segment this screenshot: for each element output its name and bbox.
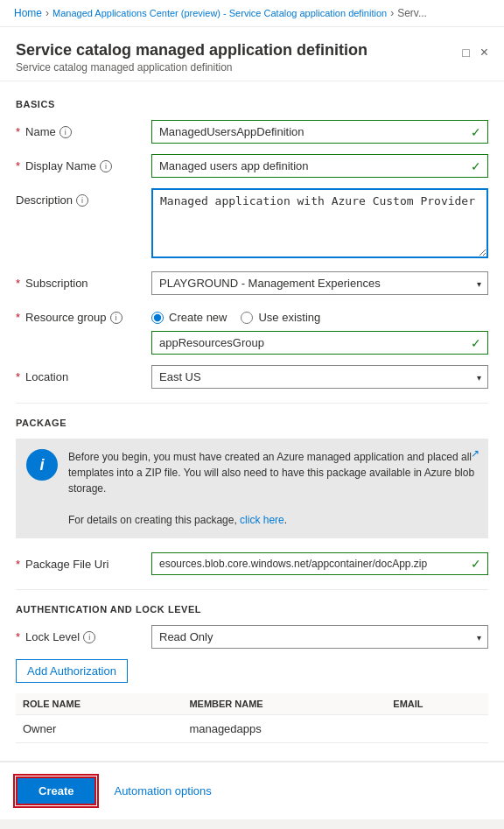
lock-level-info-icon[interactable]: i <box>83 631 95 643</box>
description-info-icon[interactable]: i <box>76 194 88 207</box>
resource-group-label: * Resource group i <box>16 306 151 324</box>
subscription-required: * <box>16 277 20 290</box>
lock-level-row: * Lock Level i Read Only ▾ <box>16 625 488 649</box>
resource-group-radio-group: Create new Use existing <box>151 306 488 324</box>
location-select-wrap: East US ▾ <box>151 365 488 389</box>
auth-section: AUTHENTICATION AND LOCK LEVEL * Lock Lev… <box>16 604 488 743</box>
form-content: BASICS * Name i ✓ * Display Name i <box>0 81 504 761</box>
table-row: Owner managedapps <box>16 715 488 743</box>
lock-level-select-wrap: Read Only ▾ <box>151 625 488 649</box>
table-header-row: ROLE NAME MEMBER NAME EMAIL <box>16 693 488 715</box>
subscription-label: * Subscription <box>16 271 151 290</box>
name-input[interactable] <box>151 120 488 144</box>
authorization-table: ROLE NAME MEMBER NAME EMAIL Owner manage… <box>16 693 488 743</box>
resource-group-required: * <box>16 311 20 324</box>
resource-group-info-icon[interactable]: i <box>110 312 122 324</box>
subscription-row: * Subscription PLAYGROUND - Management E… <box>16 271 488 295</box>
package-info-box: i Before you begin, you must have create… <box>16 439 488 538</box>
package-uri-input-wrap: ✓ <box>151 552 488 575</box>
name-input-wrap: ✓ <box>151 120 488 144</box>
create-button[interactable]: Create <box>16 776 96 805</box>
resource-group-input-wrap: ✓ <box>151 331 488 355</box>
name-row: * Name i ✓ <box>16 120 488 144</box>
col-role-name: ROLE NAME <box>16 693 182 715</box>
name-info-icon[interactable]: i <box>60 126 72 138</box>
package-title: PACKAGE <box>16 418 488 428</box>
resource-group-input[interactable] <box>151 331 488 355</box>
create-new-radio[interactable] <box>151 312 164 324</box>
location-required: * <box>16 370 20 383</box>
info-box-text: Before you begin, you must have created … <box>68 449 478 528</box>
info-box-link[interactable]: click here <box>240 514 284 526</box>
location-row: * Location East US ▾ <box>16 365 488 389</box>
resource-group-row: * Resource group i Create new Use existi… <box>16 306 488 355</box>
lock-level-required: * <box>16 630 20 643</box>
display-name-check-icon: ✓ <box>471 159 481 173</box>
basics-title: BASICS <box>16 99 488 109</box>
subscription-select-wrap: PLAYGROUND - Management Experiences ▾ <box>151 271 488 295</box>
package-auth-divider <box>16 589 488 590</box>
name-required: * <box>16 125 20 138</box>
description-label: Description i <box>16 188 151 207</box>
breadcrumb-current: Serv... <box>397 7 427 19</box>
cell-email <box>386 715 488 743</box>
display-name-input[interactable] <box>151 154 488 178</box>
display-name-info-icon[interactable]: i <box>100 160 112 172</box>
package-uri-row: * Package File Uri ✓ <box>16 552 488 575</box>
automation-options-link[interactable]: Automation options <box>114 784 211 797</box>
main-container: Service catalog managed application defi… <box>0 27 504 819</box>
page-subtitle: Service catalog managed application defi… <box>16 61 368 74</box>
lock-level-label: * Lock Level i <box>16 625 151 643</box>
breadcrumb-managed-apps[interactable]: Managed Applications Center (preview) - … <box>52 8 387 18</box>
use-existing-option[interactable]: Use existing <box>241 311 320 324</box>
cell-role-name: Owner <box>16 715 182 743</box>
create-new-label: Create new <box>169 311 227 324</box>
lock-level-select[interactable]: Read Only <box>151 625 488 649</box>
page-title: Service catalog managed application defi… <box>16 41 368 60</box>
use-existing-radio[interactable] <box>241 312 253 324</box>
location-label: * Location <box>16 365 151 383</box>
display-name-row: * Display Name i ✓ <box>16 154 488 178</box>
package-section: PACKAGE i Before you begin, you must hav… <box>16 418 488 575</box>
display-name-input-wrap: ✓ <box>151 154 488 178</box>
subscription-select[interactable]: PLAYGROUND - Management Experiences <box>151 271 488 295</box>
breadcrumb: Home › Managed Applications Center (prev… <box>0 0 504 27</box>
header-icons: □ × <box>462 45 488 60</box>
info-box-icon: i <box>26 449 58 481</box>
maximize-icon[interactable]: □ <box>462 46 469 60</box>
col-member-name: MEMBER NAME <box>182 693 386 715</box>
breadcrumb-home[interactable]: Home <box>14 7 42 19</box>
description-row: Description i Managed application with A… <box>16 188 488 261</box>
package-uri-check-icon: ✓ <box>471 557 481 571</box>
package-uri-label: * Package File Uri <box>16 552 151 571</box>
name-check-icon: ✓ <box>471 125 481 139</box>
close-icon[interactable]: × <box>480 45 488 60</box>
basics-section: BASICS * Name i ✓ * Display Name i <box>16 99 488 389</box>
use-existing-label: Use existing <box>258 311 320 324</box>
col-email: EMAIL <box>386 693 488 715</box>
resource-group-options-wrap: Create new Use existing ✓ <box>151 306 488 355</box>
location-select[interactable]: East US <box>151 365 488 389</box>
page-footer: Create Automation options <box>0 761 504 819</box>
cell-member-name: managedapps <box>182 715 386 743</box>
auth-title: AUTHENTICATION AND LOCK LEVEL <box>16 604 488 615</box>
page-header: Service catalog managed application defi… <box>0 27 504 81</box>
package-uri-required: * <box>16 558 20 571</box>
description-input-wrap: Managed application with Azure Custom Pr… <box>151 188 488 261</box>
description-input[interactable]: Managed application with Azure Custom Pr… <box>151 188 488 258</box>
external-link-icon[interactable]: ↗ <box>471 447 480 460</box>
create-new-option[interactable]: Create new <box>151 311 227 324</box>
header-left: Service catalog managed application defi… <box>16 41 368 74</box>
info-box-text2-prefix: For details on creating this package, <box>68 514 240 526</box>
package-uri-input[interactable] <box>151 552 488 575</box>
display-name-label: * Display Name i <box>16 154 151 172</box>
name-label: * Name i <box>16 120 151 138</box>
basics-package-divider <box>16 403 488 404</box>
resource-group-check-icon: ✓ <box>471 336 481 350</box>
add-authorization-button[interactable]: Add Authorization <box>16 659 128 683</box>
display-name-required: * <box>16 159 20 172</box>
